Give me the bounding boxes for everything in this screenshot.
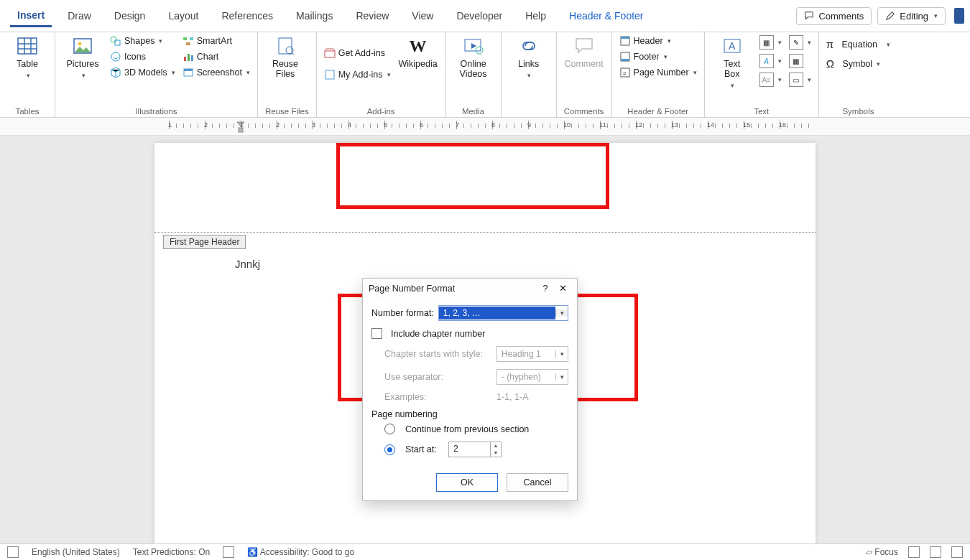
cancel-button[interactable]: Cancel — [507, 473, 568, 492]
separator-label: Use separator: — [384, 372, 492, 382]
object-button[interactable]: ▭ — [789, 73, 811, 87]
chevron-down-icon — [82, 73, 86, 80]
online-videos-button[interactable]: Online Videos — [453, 35, 494, 80]
links-button[interactable]: Links — [509, 35, 549, 80]
tab-help[interactable]: Help — [518, 6, 553, 26]
group-label-text: Text — [712, 106, 811, 116]
header-label: Header — [634, 36, 663, 46]
ok-button[interactable]: OK — [436, 473, 498, 492]
tab-view[interactable]: View — [405, 6, 440, 26]
signature-icon: ✎ — [789, 35, 803, 50]
status-accessibility[interactable]: ♿ Accessibility: Good to go — [247, 547, 354, 557]
header-button[interactable]: Header — [619, 35, 697, 47]
page-number-button[interactable]: # Page Number — [619, 67, 697, 78]
pictures-icon — [72, 35, 93, 57]
table-button[interactable]: Table — [7, 35, 47, 80]
tab-insert[interactable]: Insert — [10, 5, 52, 27]
spin-down-icon[interactable]: ▼ — [491, 449, 501, 457]
status-language[interactable]: English (United States) — [32, 547, 120, 557]
group-label-reuse: Reuse Files — [265, 106, 309, 116]
my-addins-button[interactable]: My Add-ins — [324, 69, 391, 80]
group-header-footer: Header Footer # Page Number Header & Foo… — [612, 32, 705, 117]
quick-parts-button[interactable]: ▦ — [759, 35, 782, 50]
group-label-headerfooter: Header & Footer — [619, 106, 697, 116]
drop-cap-button: A≡ — [759, 73, 782, 87]
dialog-help-button[interactable]: ? — [537, 284, 554, 294]
icons-button[interactable]: Icons — [110, 51, 175, 62]
smartart-label: SmartArt — [197, 36, 232, 46]
document-body-text[interactable]: Jnnkj — [235, 258, 260, 270]
chevron-down-icon — [246, 69, 250, 76]
screenshot-label: Screenshot — [197, 67, 242, 78]
page-number-format-dialog: Page Number Format ? ✕ Number format: 1,… — [362, 278, 578, 501]
smartart-button[interactable]: SmartArt — [183, 35, 250, 47]
shapes-button[interactable]: < Shapes — [110, 35, 175, 47]
view-web-layout-button[interactable] — [951, 546, 963, 558]
svg-rect-23 — [621, 59, 629, 61]
comments-label: Comments — [818, 11, 864, 22]
equation-button[interactable]: π Equation — [826, 38, 891, 50]
date-time-button[interactable]: ▦ — [789, 54, 811, 68]
wikipedia-button[interactable]: W Wikipedia — [398, 35, 438, 70]
reuse-files-label: Reuse Files — [272, 60, 298, 80]
svg-rect-0 — [18, 38, 37, 54]
chapter-style-label: Chapter starts with style: — [384, 349, 492, 359]
status-text-predictions[interactable]: Text Predictions: On — [133, 547, 210, 557]
editing-mode-button[interactable]: Editing — [877, 7, 946, 25]
tab-mailings[interactable]: Mailings — [289, 6, 340, 26]
tab-references[interactable]: References — [214, 6, 280, 26]
footer-button[interactable]: Footer — [619, 51, 697, 62]
reuse-files-button[interactable]: Reuse Files — [265, 35, 305, 80]
tab-header-footer[interactable]: Header & Footer — [562, 6, 651, 26]
svg-rect-16 — [325, 51, 335, 57]
text-box-button[interactable]: A Text Box — [712, 35, 752, 89]
spin-up-icon[interactable]: ▲ — [491, 442, 501, 449]
chart-button[interactable]: Chart — [183, 51, 250, 62]
status-track-icon[interactable] — [223, 546, 234, 558]
view-print-layout-button[interactable] — [930, 546, 941, 558]
dialog-titlebar[interactable]: Page Number Format ? ✕ — [363, 279, 577, 298]
signature-line-button[interactable]: ✎ — [789, 35, 811, 50]
comments-button[interactable]: Comments — [796, 7, 872, 25]
view-read-mode-button[interactable] — [908, 546, 920, 558]
pictures-button[interactable]: Pictures — [63, 35, 103, 80]
continue-label: Continue from previous section — [405, 424, 529, 434]
group-links: Links — [502, 32, 557, 117]
svg-rect-17 — [325, 70, 334, 79]
group-label-addins: Add-ins — [324, 106, 438, 116]
tab-design[interactable]: Design — [107, 6, 153, 26]
tab-review[interactable]: Review — [348, 6, 396, 26]
tab-layout[interactable]: Layout — [161, 6, 205, 26]
reuse-files-icon — [274, 35, 296, 57]
number-format-select[interactable]: 1, 2, 3, … ▾ — [438, 305, 568, 321]
tab-developer[interactable]: Developer — [449, 6, 509, 26]
table-icon — [17, 35, 38, 57]
svg-rect-10 — [188, 54, 190, 61]
wordart-button[interactable]: A — [759, 54, 782, 68]
status-doc-icon — [7, 546, 19, 558]
examples-label: Examples: — [384, 392, 492, 402]
chapter-style-select: Heading 1 ▾ — [496, 346, 568, 362]
symbol-label: Symbol — [842, 59, 872, 69]
group-illustrations: Pictures < Shapes Icons 3D Models — [55, 32, 258, 117]
examples-value: 1-1, 1-A — [496, 392, 528, 402]
3d-models-button[interactable]: 3D Models — [110, 67, 175, 78]
share-button[interactable] — [954, 8, 964, 24]
start-at-radio[interactable] — [384, 444, 395, 455]
symbol-button[interactable]: Ω Symbol — [826, 57, 891, 70]
header-icon — [619, 35, 631, 47]
tab-draw[interactable]: Draw — [60, 6, 98, 26]
continue-radio[interactable] — [384, 424, 395, 434]
document-area: First Page Header Jnnkj Page Number Form… — [0, 136, 970, 560]
chevron-down-icon — [27, 73, 30, 80]
svg-point-2 — [78, 42, 82, 46]
status-focus[interactable]: ▱ Focus — [866, 547, 898, 557]
start-at-spinbox[interactable]: 2 ▲▼ — [448, 442, 502, 457]
chevron-down-icon — [664, 53, 668, 60]
shapes-icon: < — [110, 35, 121, 47]
screenshot-button[interactable]: Screenshot — [183, 67, 250, 78]
get-addins-button[interactable]: Get Add-ins — [324, 47, 391, 59]
dialog-close-button[interactable]: ✕ — [554, 283, 571, 294]
include-chapter-checkbox[interactable] — [371, 328, 382, 339]
shapes-label: Shapes — [124, 36, 154, 46]
